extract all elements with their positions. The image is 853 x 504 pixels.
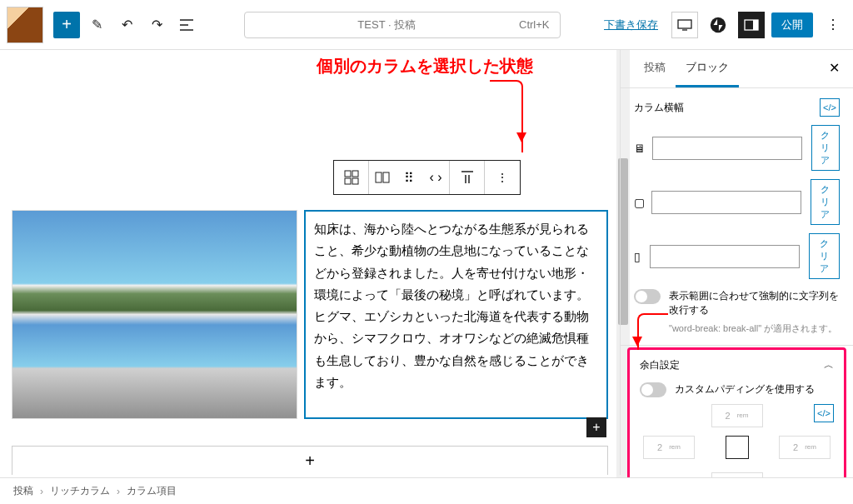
svg-rect-6 (352, 178, 358, 184)
undo-icon[interactable]: ↶ (113, 12, 140, 38)
margin-title-text: 余白設定 (640, 358, 680, 372)
column-icon[interactable] (369, 161, 396, 194)
link-values-icon[interactable]: </> (820, 98, 840, 117)
image-column[interactable] (12, 210, 297, 419)
main-area: 個別のカラムを選択した状態 ⠿ ‹ › ⋮ 知床は、海から陸へとつながる生態系が… (0, 50, 853, 475)
word-break-toggle[interactable] (634, 289, 661, 304)
column-width-panel: カラム横幅 </> 🖥 % クリア ▢ % クリア ▯ % クリア (621, 88, 853, 346)
publish-button[interactable]: 公開 (771, 12, 813, 37)
desktop-icon: 🖥 (634, 142, 646, 155)
paragraph-text: 知床は、海から陸へとつながる生態系が見られること、希少な動植物の生息地になってい… (314, 222, 589, 389)
breadcrumb: 投稿 › リッチカラム › カラム項目 (0, 477, 853, 504)
avatar[interactable] (7, 7, 43, 43)
svg-rect-0 (678, 20, 691, 28)
more-menu-icon[interactable]: ⋮ (820, 12, 846, 38)
svg-rect-7 (376, 172, 382, 182)
padding-top-input[interactable]: 2rem (711, 404, 763, 427)
svg-rect-4 (352, 171, 358, 177)
settings-sidebar: 投稿 ブロック ✕ カラム横幅 </> 🖥 % クリア ▢ % クリア ▯ (620, 50, 853, 475)
add-block-button[interactable]: + (53, 12, 80, 38)
add-row-button[interactable]: + (12, 446, 608, 475)
svg-rect-3 (345, 171, 351, 177)
drag-handle-icon[interactable]: ⠿ (396, 161, 422, 194)
redo-icon[interactable]: ↷ (143, 12, 170, 38)
width-desktop-input[interactable] (652, 137, 802, 160)
clear-button[interactable]: クリア (811, 125, 840, 171)
settings-sidebar-toggle[interactable] (738, 12, 765, 38)
width-tablet-input[interactable] (651, 191, 801, 214)
clear-button[interactable]: クリア (811, 179, 840, 225)
mobile-icon: ▯ (634, 250, 643, 263)
padding-center-icon[interactable] (726, 436, 749, 459)
breadcrumb-item[interactable]: 投稿 (13, 484, 33, 498)
svg-rect-5 (345, 178, 351, 184)
edit-icon[interactable]: ✎ (83, 12, 110, 38)
help-text: "word-break: break-all" が適用されます。 (669, 322, 840, 335)
sidebar-tabs: 投稿 ブロック ✕ (621, 50, 853, 88)
tab-block[interactable]: ブロック (676, 50, 739, 87)
close-icon[interactable]: ✕ (829, 60, 840, 76)
toggle-label: カスタムパディングを使用する (675, 382, 815, 397)
tab-post[interactable]: 投稿 (634, 50, 676, 87)
padding-left-input[interactable]: 2rem (643, 436, 695, 459)
chevron-up-icon[interactable]: ︿ (824, 358, 834, 372)
width-mobile-input[interactable] (650, 245, 800, 268)
chevron-right-icon: › (40, 486, 43, 497)
outline-icon[interactable] (173, 12, 200, 38)
toggle-label: 表示範囲に合わせて強制的に文字列を改行する (669, 289, 840, 317)
padding-right-input[interactable]: 2rem (779, 436, 831, 459)
svg-rect-8 (383, 172, 389, 182)
save-draft-link[interactable]: 下書き保存 (604, 17, 658, 32)
tablet-icon: ▢ (634, 196, 645, 209)
breadcrumb-item[interactable]: リッチカラム (50, 484, 110, 498)
block-more-icon[interactable]: ⋮ (485, 161, 520, 194)
clear-button[interactable]: クリア (809, 233, 840, 279)
text-column[interactable]: 知床は、海から陸へとつながる生態系が見られること、希少な動植物の生息地になってい… (304, 210, 608, 419)
page-title: TEST · 投稿 (357, 17, 416, 32)
command-bar[interactable]: TEST · 投稿 Ctrl+K (244, 12, 561, 38)
annotation-arrow-2 (634, 308, 667, 350)
svg-rect-2 (753, 20, 758, 30)
link-values-icon[interactable]: </> (814, 404, 834, 422)
move-icon[interactable]: ‹ › (422, 161, 449, 194)
top-toolbar: + ✎ ↶ ↷ TEST · 投稿 Ctrl+K 下書き保存 公開 ⋮ (0, 0, 853, 50)
align-icon[interactable] (450, 161, 485, 194)
chevron-right-icon: › (117, 486, 120, 497)
shortcut-hint: Ctrl+K (519, 18, 549, 31)
breadcrumb-item[interactable]: カラム項目 (127, 484, 177, 498)
custom-padding-toggle[interactable] (640, 382, 666, 397)
block-toolbar: ⠿ ‹ › ⋮ (333, 160, 521, 195)
block-type-icon[interactable] (334, 161, 369, 194)
annotation-arrow-1 (490, 80, 531, 159)
panel-title-text: カラム横幅 (634, 101, 684, 115)
annotation-text: 個別のカラムを選択した状態 (317, 55, 533, 77)
view-desktop-icon[interactable] (671, 12, 698, 38)
jetpack-icon[interactable] (705, 12, 731, 38)
editor-canvas: 個別のカラムを選択した状態 ⠿ ‹ › ⋮ 知床は、海から陸へとつながる生態系が… (0, 50, 620, 475)
add-block-inline-button[interactable]: + (586, 417, 606, 437)
